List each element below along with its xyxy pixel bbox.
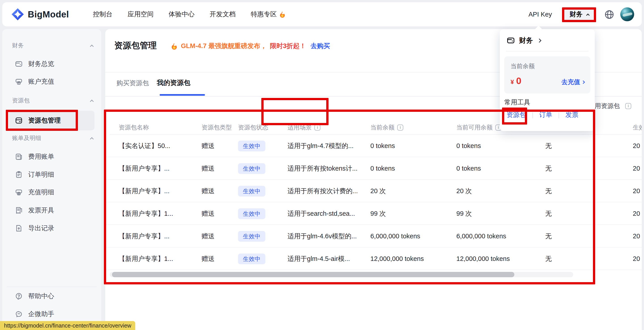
page-title: 资源包管理 [114,40,157,51]
promo-banner: GLM-4.7 最强旗舰重磅发布， 限时3折起！ 去购买 [171,42,330,50]
sidebar-item-recharge-details[interactable]: 充值明细 [9,184,94,200]
chevron-up-icon [90,45,94,48]
balance-amount: ¥ 0 [510,76,521,86]
invoice-icon [15,206,23,214]
top-navbar: BigModel 控制台 应用空间 体验中心 开发文档 特惠专区 API Key… [2,2,642,26]
sidebar-item-label: 发票开具 [28,206,54,215]
browser-status-url: https://bigmodel.cn/finance-center/finan… [0,321,135,330]
recharge-label: 去充值 [561,78,580,86]
sidebar-item-label: 财务总览 [28,59,54,68]
bigmodel-logo-icon [11,8,24,21]
sidebar-item-invoice[interactable]: 发票开具 [9,202,94,218]
sidebar-group-resource-package[interactable]: 资源包 [12,97,95,104]
sidebar-divider [7,287,97,287]
recharge-link[interactable]: 去充值 [561,78,584,86]
recharge-detail-icon [15,188,23,196]
sidebar-item-export-records[interactable]: 导出记录 [9,220,94,236]
dropdown-divider [506,51,588,51]
filter-label: 用资源包 [595,102,620,110]
fire-icon [279,11,286,18]
show-available-packages-toggle[interactable]: 用资源包 i [595,101,631,111]
table-cell: 20 [633,202,640,225]
help-icon [15,292,23,300]
sidebar-group-finance[interactable]: 财务 [12,42,95,49]
tab-buy-resource-package[interactable]: 购买资源包 [116,79,149,88]
chevron-up-icon [90,100,94,104]
common-tools-label: 常用工具 [504,98,530,107]
nav-item-deals-label: 特惠专区 [251,10,277,19]
bill-icon [15,153,23,161]
sidebar-item-label: 帮助中心 [28,292,54,301]
balance-label: 当前余额 [510,62,535,70]
brand-logo[interactable]: BigModel [11,8,69,21]
sidebar-item-expense-bills[interactable]: 费用账单 [9,149,94,165]
language-globe-icon[interactable] [604,9,614,20]
table-cell: 20 [633,248,640,270]
bigmodel-finance-page: BigModel 控制台 应用空间 体验中心 开发文档 特惠专区 API Key… [0,0,644,330]
sidebar-item-help-center[interactable]: 帮助中心 [9,288,94,304]
annotation-box-table [104,110,595,284]
sidebar-item-label: 企微助手 [28,310,54,319]
promo-deal-text: 限时3折起！ [270,42,306,50]
dropdown-finance-link[interactable]: 财务 [506,36,541,45]
table-cell: 20 [633,225,640,248]
balance-value: 0 [516,76,521,86]
brand-name: BigModel [28,9,69,19]
annotation-box-sidebar-item [6,110,78,131]
dropdown-arrow [534,26,543,34]
sidebar-group-label: 账单及明细 [12,134,41,142]
sidebar-item-finance-overview[interactable]: 财务总览 [9,56,94,72]
promo-headline: GLM-4.7 最强旗舰重磅发布， [181,42,267,50]
order-icon [15,170,23,179]
sidebar-item-wecom-assistant[interactable]: 企微助手 [9,306,94,322]
nav-item-deals[interactable]: 特惠专区 [251,10,286,19]
nav-item-app-space[interactable]: 应用空间 [128,10,154,19]
sidebar-group-label: 资源包 [12,97,30,104]
currency-symbol: ¥ [510,79,514,86]
chevron-up-icon [90,137,94,141]
recharge-icon [15,78,23,86]
nav-item-console[interactable]: 控制台 [93,10,112,19]
promo-buy-link[interactable]: 去购买 [310,42,330,50]
annotation-box-dropdown-resource-link [502,108,527,125]
table-cell: 20 [633,157,640,180]
wallet-icon [506,36,515,45]
chevron-right-icon [582,80,585,84]
annotation-box-nav-finance [562,7,596,22]
active-tab-indicator [160,94,205,96]
tab-my-resource-package[interactable]: 我的资源包 [157,78,190,87]
sidebar-item-label: 账户充值 [28,77,54,86]
sidebar-item-label: 导出记录 [28,224,54,233]
chat-icon [15,310,23,318]
nav-item-docs[interactable]: 开发文档 [210,10,236,19]
sidebar-group-label: 财务 [12,42,24,49]
fire-icon [171,42,178,50]
sidebar-item-label: 订单明细 [28,170,54,179]
info-icon[interactable]: i [625,103,631,109]
wallet-icon [15,60,23,68]
table-cell: 20 [633,180,640,202]
balance-card: 当前余额 ¥ 0 去充值 [504,56,590,93]
user-avatar[interactable] [620,7,634,21]
sidebar: 财务 财务总览 账户充值 资源包 资源包管理 账单及明细 [2,29,101,330]
export-icon [15,224,23,232]
nav-item-api-key[interactable]: API Key [528,11,552,18]
sidebar-item-order-details[interactable]: 订单明细 [9,166,94,183]
sidebar-item-label: 费用账单 [28,152,54,161]
sidebar-item-label: 充值明细 [28,188,54,197]
nav-item-experience[interactable]: 体验中心 [168,10,194,19]
sidebar-group-bills[interactable]: 账单及明细 [12,134,95,142]
dropdown-title: 财务 [519,36,533,45]
column-header: 生效时间 [633,121,642,134]
sidebar-item-account-recharge[interactable]: 账户充值 [9,74,94,90]
chevron-right-icon [537,38,541,42]
table-cell: 20 [633,135,640,157]
